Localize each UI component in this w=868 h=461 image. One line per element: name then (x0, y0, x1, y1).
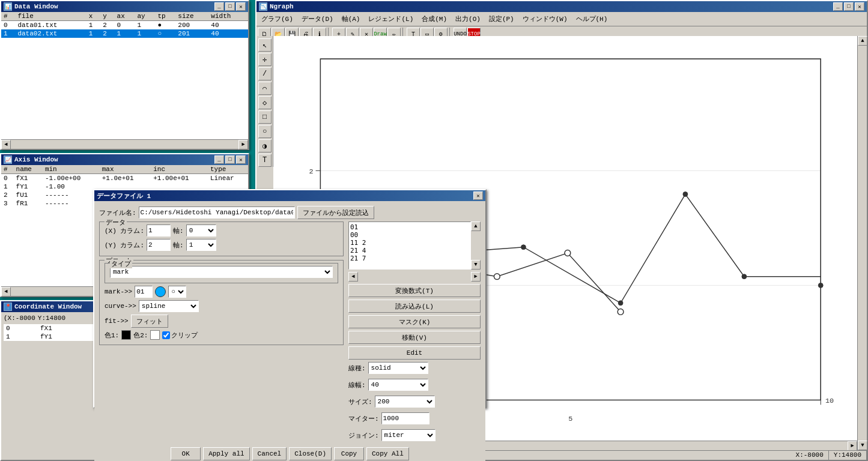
tool-curve[interactable]: ⌒ (258, 82, 272, 95)
copy-all-btn[interactable]: Copy All (366, 447, 409, 460)
x-column-input[interactable] (147, 224, 171, 237)
menu-data[interactable]: データ(D) (298, 13, 337, 25)
close-d-btn[interactable]: Close(D) (289, 447, 332, 460)
transform-btn[interactable]: 変換数式(T) (348, 284, 481, 297)
axis-window-close[interactable]: ✕ (236, 155, 246, 164)
menu-axis[interactable]: 軸(A) (338, 13, 364, 25)
x-axis-label: 軸: (173, 226, 184, 235)
axis-window-minimize[interactable]: _ (214, 155, 224, 164)
list-scroll-down[interactable]: ▼ (471, 260, 481, 270)
tool-text[interactable]: T (258, 154, 272, 167)
x-axis-select[interactable]: 01 (186, 224, 216, 237)
edit-btn[interactable]: Edit (348, 346, 481, 360)
line-type-select[interactable]: soliddashed (368, 362, 428, 374)
list-scrollbar[interactable]: ▲ ▼ (471, 221, 481, 270)
mark-input[interactable] (135, 286, 153, 298)
type-select[interactable]: marklinebar (110, 266, 333, 278)
data-hscrollbar[interactable]: ◄ ► (1, 139, 248, 149)
fit-row: fit->> フィット (105, 315, 338, 328)
hscroll-right[interactable]: ► (848, 441, 857, 451)
copy-btn[interactable]: Copy (334, 447, 364, 460)
join-label: ジョイン: (348, 431, 379, 440)
list-scroll-up[interactable]: ▲ (471, 221, 481, 231)
tool-rectangle[interactable]: □ (258, 110, 272, 124)
scroll-track[interactable] (11, 140, 238, 149)
curve-row: curve->> splinelinear (105, 300, 338, 312)
axis-cell: Linear (208, 174, 248, 183)
apply-all-btn[interactable]: Apply all (203, 447, 249, 460)
y-column-input[interactable] (147, 239, 171, 251)
menu-legend[interactable]: レジェンド(L) (365, 13, 417, 25)
size-select[interactable]: 200100 (375, 396, 435, 408)
table-row[interactable]: 1data02.txt1211○20140 (1, 29, 248, 38)
join-select[interactable]: miterroundbevel (381, 429, 436, 441)
curve-select[interactable]: splinelinear (139, 300, 199, 312)
clip-label[interactable]: クリップ (162, 331, 198, 340)
data-window-minimize[interactable]: _ (214, 2, 224, 11)
axis-col-min: min (43, 165, 100, 174)
miter-label: マイター: (348, 414, 379, 423)
list-hscroll-right[interactable]: ► (471, 272, 481, 282)
axis-row[interactable]: 0fX1-1.00e+00+1.0e+01+1.00e+01Linear (1, 174, 248, 183)
clip-checkbox[interactable] (162, 331, 170, 339)
tool-circle[interactable]: ○ (258, 125, 272, 138)
menu-graph[interactable]: グラフ(G) (258, 13, 297, 25)
tool-fill[interactable]: ◑ (258, 139, 272, 152)
col-ay: ay (135, 12, 155, 21)
vscroll-down[interactable]: ▼ (858, 441, 867, 450)
menu-window[interactable]: ウィンドウ(W) (519, 13, 571, 25)
color2-swatch[interactable] (150, 330, 160, 340)
data-window-close[interactable]: ✕ (236, 2, 246, 11)
miter-input[interactable] (381, 412, 429, 424)
data-window-maximize[interactable]: □ (225, 2, 235, 11)
svg-point-18 (494, 274, 500, 280)
tool-line[interactable]: / (258, 67, 272, 80)
fit-btn[interactable]: フィット (131, 315, 168, 328)
tool-cross[interactable]: ✛ (258, 53, 272, 66)
list-hscroll-track[interactable] (358, 272, 471, 282)
y-axis-label: 軸: (173, 241, 184, 250)
ngraph-vscrollbar[interactable]: ▲ ▼ (857, 36, 867, 450)
line-width-select[interactable]: 402060 (368, 379, 428, 391)
ngraph-maximize[interactable]: □ (844, 2, 854, 11)
cancel-btn[interactable]: Cancel (252, 447, 287, 460)
svg-point-26 (742, 274, 747, 279)
mark-shape-select[interactable]: ○● (168, 286, 186, 298)
menu-compose[interactable]: 合成(M) (418, 13, 451, 25)
tool-arrow[interactable]: ↖ (258, 38, 272, 52)
list-hscroll-left[interactable]: ◄ (348, 272, 358, 282)
ngraph-close[interactable]: ✕ (855, 2, 864, 11)
list-item: 21 4 (350, 247, 469, 255)
ngraph-titlebar: 📉 Ngraph _ □ ✕ (256, 1, 867, 12)
y-column-row: (Y) カラム: 軸: 10 (105, 239, 338, 251)
axis-scroll-left[interactable]: ◄ (1, 287, 11, 297)
menu-help[interactable]: ヘルプ(H) (572, 13, 612, 25)
axis-cell: 3 (1, 199, 14, 208)
filename-input[interactable] (139, 206, 295, 218)
list-item: 00 (350, 231, 469, 239)
axis-window-maximize[interactable]: □ (225, 155, 235, 164)
tool-diamond[interactable]: ◇ (258, 96, 272, 109)
scroll-left[interactable]: ◄ (1, 140, 11, 149)
mask-btn[interactable]: マスク(K) (348, 315, 481, 328)
axis-cell: ------ (43, 199, 100, 208)
move-btn[interactable]: 移動(V) (348, 331, 481, 344)
ok-btn[interactable]: OK (171, 447, 201, 460)
list-scroll-track[interactable] (471, 231, 481, 260)
vscroll-up[interactable]: ▲ (858, 36, 867, 46)
read-settings-btn[interactable]: ファイルから設定読込 (297, 206, 374, 219)
dialog-close-x[interactable]: ✕ (473, 191, 483, 200)
table-row[interactable]: 0data01.txt1201●20040 (1, 21, 248, 30)
coord-y: Y:14800 (38, 315, 65, 322)
mark-label: mark->> (105, 288, 132, 295)
ngraph-minimize[interactable]: _ (833, 2, 843, 11)
scroll-right[interactable]: ► (238, 140, 248, 149)
menu-settings[interactable]: 設定(P) (485, 13, 518, 25)
data-cell: ● (155, 21, 175, 30)
data-list[interactable]: 01 00 11 2 21 4 21 7 (348, 221, 471, 270)
read-btn[interactable]: 読み込み(L) (348, 300, 481, 313)
axis-cell: -1.00 (43, 182, 100, 191)
y-axis-select[interactable]: 10 (186, 239, 216, 251)
color1-swatch[interactable] (121, 330, 131, 340)
menu-output[interactable]: 出力(O) (452, 13, 484, 25)
